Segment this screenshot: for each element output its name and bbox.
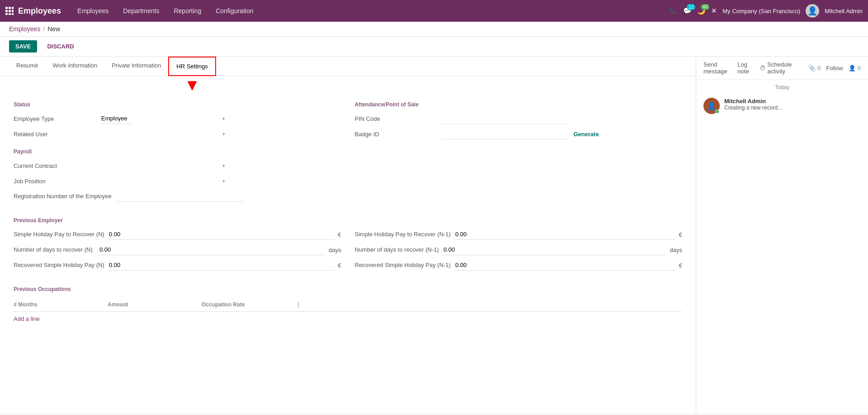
today-label: Today bbox=[703, 84, 861, 91]
pin-code-input[interactable] bbox=[442, 113, 568, 124]
tab-work-information[interactable]: Work Information bbox=[45, 57, 104, 76]
previous-employer-title: Previous Employer bbox=[14, 217, 682, 224]
svg-rect-6 bbox=[5, 13, 8, 15]
holiday-pay-n1-row: Simple Holiday Pay to Recover (N-1) € bbox=[355, 229, 683, 240]
save-button[interactable]: SAVE bbox=[9, 40, 37, 52]
svg-rect-8 bbox=[12, 13, 14, 15]
tab-private-information[interactable]: Private Information bbox=[104, 57, 168, 76]
tab-resume[interactable]: Resumé bbox=[9, 57, 45, 76]
tabs-bar: Resumé Work Information Private Informat… bbox=[0, 57, 696, 76]
prev-employer-left: Simple Holiday Pay to Recover (N) € Numb… bbox=[14, 229, 341, 275]
job-position-select[interactable] bbox=[100, 176, 102, 186]
related-user-row: Related User bbox=[14, 129, 341, 139]
nav-departments[interactable]: Departments bbox=[116, 0, 166, 22]
right-column: Attendance/Point of Sale PIN Code Badge … bbox=[355, 94, 683, 206]
recovered-holiday-n1-row: Recovered Simple Holiday Pay (N-1) € bbox=[355, 260, 683, 271]
app-logo: Employees bbox=[18, 6, 61, 16]
registration-number-row: Registration Number of the Employee bbox=[14, 191, 341, 202]
current-contract-row: Current Contract bbox=[14, 160, 341, 171]
registration-number-input[interactable] bbox=[117, 191, 244, 202]
moon-badge: 48 bbox=[701, 4, 709, 10]
previous-employer-section: Previous Employer Simple Holiday Pay to … bbox=[14, 217, 682, 275]
pin-code-label: PIN Code bbox=[355, 115, 436, 122]
col-occupation-rate: Occupation Rate bbox=[202, 301, 292, 308]
chatter-avatar-0: 👤 bbox=[703, 98, 720, 114]
schedule-activity-button[interactable]: ⏱ Schedule activity bbox=[760, 61, 797, 75]
breadcrumb-separator: / bbox=[43, 25, 45, 33]
chatter-timeline: Today 👤 Mitchell Admin Creating a new re… bbox=[696, 80, 868, 414]
previous-occupations-section: Previous Occupations # Months Amount Occ… bbox=[14, 286, 682, 322]
svg-rect-3 bbox=[5, 10, 8, 12]
moon-icon-wrapper[interactable]: 🌙 48 bbox=[697, 7, 706, 15]
related-user-label: Related User bbox=[14, 131, 95, 138]
days-recover-n1-label: Number of days to recover (N-1) bbox=[355, 246, 439, 254]
action-bar: SAVE DISCARD bbox=[0, 37, 868, 57]
job-position-select-wrapper bbox=[100, 176, 227, 186]
x-icon[interactable]: ✕ bbox=[711, 7, 717, 15]
job-position-row: Job Position bbox=[14, 176, 341, 186]
svg-rect-7 bbox=[9, 13, 11, 15]
main-layout: Resumé Work Information Private Informat… bbox=[0, 57, 868, 414]
pin-code-row: PIN Code bbox=[355, 113, 683, 124]
log-note-button[interactable]: Log note bbox=[737, 61, 754, 75]
chatter-message-0: 👤 Mitchell Admin Creating a new record..… bbox=[703, 98, 861, 114]
red-arrow-annotation: ▼ bbox=[184, 77, 200, 93]
chatter-panel: Send message Log note ⏱ Schedule activit… bbox=[696, 57, 868, 414]
person-icon: 👤 bbox=[849, 65, 856, 72]
breadcrumb: Employees / New bbox=[0, 22, 868, 37]
breadcrumb-parent[interactable]: Employees bbox=[9, 25, 40, 33]
add-line-button[interactable]: Add a line bbox=[14, 315, 40, 322]
breadcrumb-current: New bbox=[47, 25, 60, 33]
username: Mitchell Admin bbox=[825, 8, 863, 14]
days-recover-n-unit: days bbox=[329, 247, 341, 253]
chat-icon-wrapper[interactable]: 💬 12 bbox=[683, 7, 692, 15]
days-recover-n1-row: Number of days to recover (N-1) days bbox=[355, 244, 683, 255]
grid-icon[interactable] bbox=[5, 7, 14, 15]
left-column: Status Employee Type Employee Student Fr… bbox=[14, 94, 341, 206]
occupations-table-header: # Months Amount Occupation Rate ⋮ bbox=[14, 298, 682, 312]
status-section-title: Status bbox=[14, 101, 341, 108]
current-contract-select[interactable] bbox=[100, 160, 102, 171]
col-months: # Months bbox=[14, 301, 104, 308]
job-position-label: Job Position bbox=[14, 178, 95, 185]
holiday-pay-n-row: Simple Holiday Pay to Recover (N) € bbox=[14, 229, 341, 240]
days-recover-n1-input[interactable] bbox=[443, 244, 666, 255]
recovered-holiday-n1-unit: € bbox=[679, 262, 682, 269]
svg-rect-0 bbox=[5, 7, 8, 9]
recovered-holiday-n-row: Recovered Simple Holiday Pay (N) € bbox=[14, 260, 341, 271]
badge-id-input[interactable] bbox=[442, 129, 568, 139]
employee-type-select-wrapper: Employee Student Freelancer Contractor bbox=[100, 113, 227, 124]
nav-employees[interactable]: Employees bbox=[70, 0, 116, 22]
send-message-button[interactable]: Send message bbox=[703, 61, 732, 75]
svg-rect-4 bbox=[9, 10, 11, 12]
current-contract-label: Current Contract bbox=[14, 162, 95, 169]
svg-rect-2 bbox=[12, 7, 14, 9]
holiday-pay-n-input[interactable] bbox=[108, 229, 334, 240]
online-indicator bbox=[715, 110, 719, 114]
nav-configuration[interactable]: Configuration bbox=[208, 0, 260, 22]
recovered-holiday-n-label: Recovered Simple Holiday Pay (N) bbox=[14, 262, 104, 269]
user-avatar[interactable]: 👤 bbox=[806, 4, 819, 18]
holiday-pay-n1-unit: € bbox=[679, 231, 682, 238]
generate-button[interactable]: Generate bbox=[574, 131, 599, 138]
attendance-section-title: Attendance/Point of Sale bbox=[355, 101, 683, 108]
follow-button[interactable]: Follow bbox=[826, 65, 843, 72]
current-contract-select-wrapper bbox=[100, 160, 227, 171]
recovered-holiday-n1-input[interactable] bbox=[454, 260, 675, 271]
recovered-holiday-n-input[interactable] bbox=[108, 260, 334, 271]
form-area: Resumé Work Information Private Informat… bbox=[0, 57, 696, 414]
days-recover-n-input[interactable] bbox=[99, 244, 325, 255]
nav-menu: Employees Departments Reporting Configur… bbox=[70, 0, 669, 22]
employee-type-select[interactable]: Employee Student Freelancer Contractor bbox=[100, 113, 131, 124]
previous-employer-cols: Simple Holiday Pay to Recover (N) € Numb… bbox=[14, 229, 682, 275]
related-user-select[interactable] bbox=[100, 129, 102, 139]
discard-button[interactable]: DISCARD bbox=[41, 40, 80, 52]
nav-reporting[interactable]: Reporting bbox=[166, 0, 208, 22]
tab-hr-settings[interactable]: HR Settings ▼ bbox=[168, 57, 216, 76]
days-recover-n-label: Number of days to recover (N) bbox=[14, 246, 95, 254]
phone-icon-wrapper[interactable]: 📞 bbox=[669, 7, 678, 15]
related-user-select-wrapper bbox=[100, 129, 227, 139]
holiday-pay-n1-input[interactable] bbox=[454, 229, 675, 240]
holiday-pay-n-label: Simple Holiday Pay to Recover (N) bbox=[14, 231, 104, 239]
chatter-msg-content-0: Mitchell Admin Creating a new record... bbox=[724, 98, 782, 114]
